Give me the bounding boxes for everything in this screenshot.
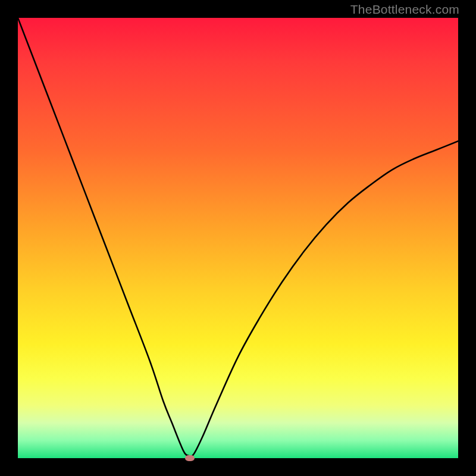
chart-frame: TheBottleneck.com <box>0 0 476 476</box>
min-point-marker <box>185 455 195 461</box>
plot-area <box>18 18 458 458</box>
bottleneck-curve <box>18 18 458 458</box>
watermark-text: TheBottleneck.com <box>350 2 459 17</box>
